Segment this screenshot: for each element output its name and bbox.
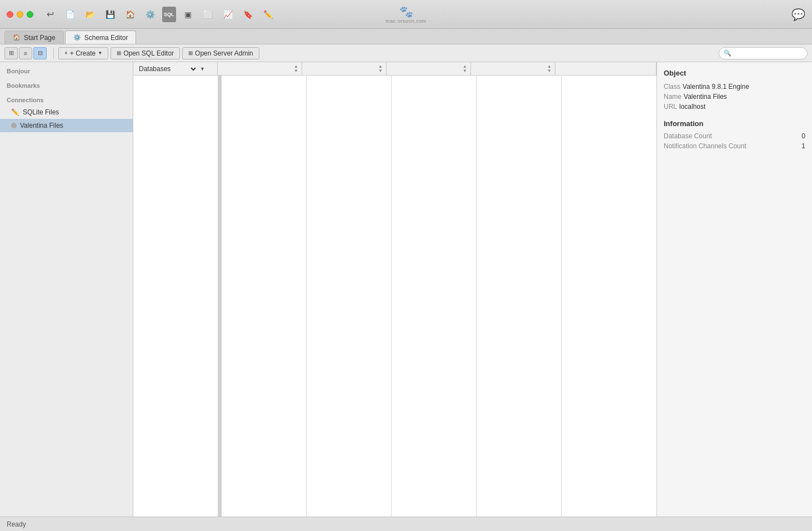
view-columns-button[interactable]: ⊟ xyxy=(33,47,47,59)
sort-arrows-5: ▲▼ xyxy=(547,64,552,73)
object-name-key: Name xyxy=(664,93,681,101)
open-sql-editor-button[interactable]: ⊞ Open SQL Editor xyxy=(111,47,180,59)
sidebar-item-sqlite-files[interactable]: ✏️ SQLite Files xyxy=(0,106,133,119)
back-icon[interactable]: ↩ xyxy=(42,7,58,22)
grid-body xyxy=(133,76,656,517)
object-section-title: Object xyxy=(664,69,805,77)
app-logo-text: mac.orsoon.com xyxy=(385,18,427,24)
object-class-value: Valentina 9.8.1 Engine xyxy=(683,83,749,91)
grid-column-2 xyxy=(222,76,307,517)
sort-arrows-2: ▲▼ xyxy=(294,64,298,73)
main-layout: Bonjour Bookmarks Connections ✏️ SQLite … xyxy=(0,62,812,517)
databases-dropdown-arrow: ▼ xyxy=(200,66,205,72)
server-admin-icon: ⊞ xyxy=(188,50,193,56)
databases-select[interactable]: Databases xyxy=(137,64,198,73)
sort-arrows-4: ▲▼ xyxy=(463,64,467,73)
create-dropdown-icon: ▼ xyxy=(98,51,102,56)
notification-count-key: Notification Channels Count xyxy=(664,142,746,150)
create-plus-icon: + xyxy=(64,50,68,56)
object-class-row: Class Valentina 9.8.1 Engine xyxy=(664,83,805,91)
object-url-value: localhost xyxy=(679,103,705,111)
chart-icon[interactable]: 📈 xyxy=(220,7,236,22)
new-file-icon[interactable]: 📄 xyxy=(62,7,78,22)
object-class-key: Class xyxy=(664,83,680,91)
view-toggle: ⊞ ≡ ⊟ xyxy=(4,47,47,59)
col-header-2[interactable]: ▲▼ xyxy=(218,62,302,75)
col-header-5[interactable]: ▲▼ xyxy=(471,62,555,75)
tab-start-page-label: Start Page xyxy=(24,34,56,42)
actionbar: ⊞ ≡ ⊟ + + Create ▼ ⊞ Open SQL Editor ⊞ O… xyxy=(0,44,812,62)
sidebar-sqlite-files-label: SQLite Files xyxy=(23,108,59,116)
open-sql-editor-label: Open SQL Editor xyxy=(123,49,174,57)
sidebar: Bonjour Bookmarks Connections ✏️ SQLite … xyxy=(0,62,133,517)
sidebar-section-bookmarks: Bookmarks xyxy=(0,77,133,91)
object-name-row: Name Valentina Files xyxy=(664,93,805,101)
grid-column-4 xyxy=(392,76,477,517)
close-button[interactable] xyxy=(7,11,13,18)
schema-tab-icon: ⚙️ xyxy=(73,34,81,41)
col-header-3[interactable]: ▲▼ xyxy=(302,62,387,75)
grid-column-1 xyxy=(133,76,218,517)
schema-icon[interactable]: ⚙️ xyxy=(142,7,158,22)
home-icon[interactable]: 🏠 xyxy=(122,7,138,22)
bookmark-icon[interactable]: 🔖 xyxy=(240,7,256,22)
sidebar-section-connections: Connections xyxy=(0,91,133,106)
select-box-icon[interactable]: ▣ xyxy=(181,7,196,22)
sort-arrows-3: ▲▼ xyxy=(378,64,383,73)
col-header-6[interactable] xyxy=(555,62,656,75)
resize-handle-1[interactable] xyxy=(218,76,222,517)
search-input[interactable] xyxy=(734,49,803,57)
view-grid-button[interactable]: ⊞ xyxy=(4,47,18,59)
grid-column-last xyxy=(562,76,656,517)
valentina-icon xyxy=(11,123,17,128)
object-name-value: Valentina Files xyxy=(684,93,727,101)
open-server-admin-button[interactable]: ⊞ Open Server Admin xyxy=(182,47,259,59)
chat-icon[interactable]: 💬 xyxy=(791,8,805,21)
sql-editor-icon: ⊞ xyxy=(117,50,121,56)
database-count-row: Database Count 0 xyxy=(664,132,805,140)
info-section-title: Information xyxy=(664,119,805,128)
sql-icon[interactable]: SQL xyxy=(162,7,176,22)
col-header-4[interactable]: ▲▼ xyxy=(387,62,471,75)
object-url-row: URL localhost xyxy=(664,103,805,111)
create-button[interactable]: + + Create ▼ xyxy=(58,47,108,59)
search-icon: 🔍 xyxy=(724,49,731,57)
right-panel: Object Class Valentina 9.8.1 Engine Name… xyxy=(656,62,812,517)
tab-schema-editor[interactable]: ⚙️ Schema Editor xyxy=(65,31,137,44)
app-logo-icon: 🐾 xyxy=(399,5,413,18)
app-logo: 🐾 mac.orsoon.com xyxy=(385,5,427,24)
databases-column-header[interactable]: Databases ▼ xyxy=(133,62,218,75)
tabbar: 🏠 Start Page ⚙️ Schema Editor xyxy=(0,29,812,44)
database-count-value: 0 xyxy=(801,132,805,140)
minimize-button[interactable] xyxy=(17,11,23,18)
window-icon[interactable]: ⬜ xyxy=(201,7,216,22)
statusbar: Ready xyxy=(0,517,812,531)
status-text: Ready xyxy=(7,520,26,528)
notification-count-value: 1 xyxy=(801,142,805,150)
column-headers: Databases ▼ ▲▼ ▲▼ ▲▼ ▲▼ xyxy=(133,62,656,76)
grid-column-3 xyxy=(307,76,392,517)
grid-column-5 xyxy=(477,76,562,517)
content-area: Databases ▼ ▲▼ ▲▼ ▲▼ ▲▼ xyxy=(133,62,656,517)
object-url-key: URL xyxy=(664,103,677,111)
save-icon[interactable]: 💾 xyxy=(102,7,118,22)
toolbar: ↩ 📄 📂 💾 🏠 ⚙️ SQL ▣ ⬜ 📈 🔖 ✏️ xyxy=(42,7,276,22)
tab-schema-editor-label: Schema Editor xyxy=(84,34,128,42)
view-list-button[interactable]: ≡ xyxy=(19,47,32,59)
sidebar-item-valentina-files[interactable]: Valentina Files xyxy=(0,119,133,132)
sidebar-section-bonjour: Bonjour xyxy=(0,62,133,77)
create-button-label: + Create xyxy=(70,49,96,57)
notification-count-row: Notification Channels Count 1 xyxy=(664,142,805,150)
tab-start-page[interactable]: 🏠 Start Page xyxy=(4,31,64,44)
search-box[interactable]: 🔍 xyxy=(719,47,808,59)
traffic-lights xyxy=(7,11,33,18)
database-count-key: Database Count xyxy=(664,132,712,140)
sqlite-icon: ✏️ xyxy=(11,108,19,116)
separator-1 xyxy=(53,48,54,59)
titlebar: ↩ 📄 📂 💾 🏠 ⚙️ SQL ▣ ⬜ 📈 🔖 ✏️ 🐾 mac.orsoon… xyxy=(0,0,812,29)
sidebar-valentina-files-label: Valentina Files xyxy=(20,122,63,129)
pin-icon[interactable]: ✏️ xyxy=(260,7,276,22)
open-server-admin-label: Open Server Admin xyxy=(195,49,253,57)
open-folder-icon[interactable]: 📂 xyxy=(82,7,98,22)
maximize-button[interactable] xyxy=(27,11,33,18)
